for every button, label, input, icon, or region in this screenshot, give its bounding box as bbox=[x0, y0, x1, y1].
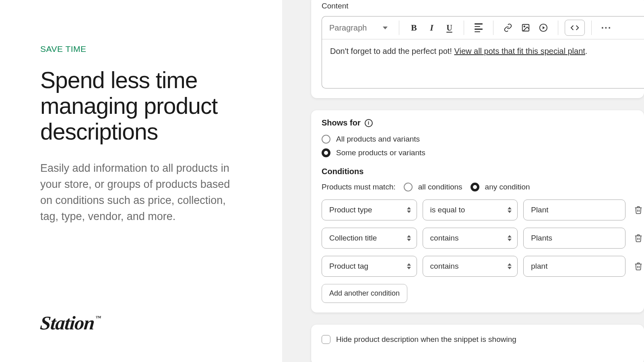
add-condition-button[interactable]: Add another condition bbox=[322, 284, 407, 303]
subheadline: Easily add information to all products i… bbox=[40, 160, 242, 224]
condition-operator-select[interactable]: is equal to bbox=[423, 200, 518, 220]
editor-text-tail: . bbox=[585, 47, 588, 56]
rich-text-editor: Paragraph B I U bbox=[322, 16, 644, 88]
image-button[interactable] bbox=[518, 20, 534, 36]
italic-button[interactable]: I bbox=[423, 20, 440, 36]
radio-some-products[interactable]: Some products or variants bbox=[322, 148, 644, 157]
format-select-label: Paragraph bbox=[329, 23, 367, 33]
hide-description-label: Hide product description when the snippe… bbox=[336, 335, 516, 344]
updown-icon bbox=[407, 263, 411, 269]
match-label: Products must match: bbox=[322, 183, 396, 191]
updown-icon bbox=[508, 207, 512, 213]
editor-text: Don't forget to add the perfect pot! bbox=[330, 47, 454, 56]
delete-condition-button[interactable] bbox=[633, 261, 644, 272]
code-icon bbox=[570, 23, 579, 32]
condition-value-input[interactable] bbox=[523, 256, 625, 277]
shows-for-title: Shows for bbox=[322, 118, 361, 128]
svg-point-1 bbox=[524, 26, 525, 27]
condition-op-value: is equal to bbox=[430, 206, 465, 214]
more-icon: ··· bbox=[601, 22, 611, 33]
updown-icon bbox=[407, 207, 411, 213]
code-view-button[interactable] bbox=[565, 20, 585, 36]
condition-row: Product tag contains bbox=[322, 256, 644, 277]
condition-row: Product type is equal to bbox=[322, 200, 644, 220]
editor-toolbar: Paragraph B I U bbox=[322, 16, 644, 39]
condition-op-value: contains bbox=[430, 262, 459, 270]
radio-icon bbox=[322, 148, 330, 157]
toolbar-divider bbox=[558, 21, 558, 35]
condition-op-value: contains bbox=[430, 234, 459, 242]
toolbar-divider bbox=[464, 21, 464, 35]
format-select[interactable]: Paragraph bbox=[328, 21, 392, 35]
match-any-label: any condition bbox=[485, 183, 530, 191]
content-card: Content Paragraph B I U bbox=[311, 0, 644, 98]
radio-match-any[interactable]: any condition bbox=[471, 183, 530, 191]
trash-icon bbox=[634, 234, 643, 243]
toolbar-divider bbox=[591, 21, 592, 35]
radio-all-label: All products and variants bbox=[336, 135, 420, 144]
condition-field-value: Collection title bbox=[329, 234, 377, 242]
align-left-icon bbox=[475, 23, 483, 32]
toolbar-divider bbox=[399, 21, 399, 35]
condition-field-select[interactable]: Product type bbox=[322, 200, 417, 220]
condition-row: Collection title contains bbox=[322, 228, 644, 249]
kicker-label: SAVE TIME bbox=[40, 44, 242, 54]
condition-operator-select[interactable]: contains bbox=[423, 256, 518, 277]
radio-icon bbox=[404, 183, 413, 191]
marketing-copy-panel: SAVE TIME Spend less time managing produ… bbox=[0, 0, 282, 362]
updown-icon bbox=[508, 263, 512, 269]
trash-icon bbox=[634, 206, 643, 214]
delete-condition-button[interactable] bbox=[633, 232, 644, 244]
delete-condition-button[interactable] bbox=[633, 204, 644, 216]
editor-link[interactable]: View all pots that fit this special plan… bbox=[454, 47, 585, 56]
headline: Spend less time managing product descrip… bbox=[40, 68, 242, 144]
match-mode-row: Products must match: all conditions any … bbox=[322, 183, 644, 191]
link-icon bbox=[504, 23, 512, 32]
condition-field-value: Product type bbox=[329, 206, 372, 214]
svg-marker-3 bbox=[543, 26, 545, 29]
radio-some-label: Some products or variants bbox=[336, 148, 425, 157]
chevron-down-icon bbox=[383, 27, 388, 29]
shows-for-card: Shows for i All products and variants So… bbox=[311, 110, 644, 313]
radio-match-all[interactable]: all conditions bbox=[404, 183, 462, 191]
station-logo: Station™ bbox=[39, 312, 101, 334]
link-button[interactable] bbox=[500, 20, 516, 36]
underline-button[interactable]: U bbox=[441, 20, 457, 36]
app-preview-panel: Content Paragraph B I U bbox=[282, 0, 644, 362]
content-section-label: Content bbox=[322, 2, 644, 10]
updown-icon bbox=[508, 235, 512, 241]
condition-operator-select[interactable]: contains bbox=[423, 228, 518, 249]
editor-content-area[interactable]: Don't forget to add the perfect pot! Vie… bbox=[322, 39, 644, 88]
condition-value-input[interactable] bbox=[523, 228, 625, 249]
match-all-label: all conditions bbox=[418, 183, 462, 191]
condition-field-select[interactable]: Collection title bbox=[322, 228, 417, 249]
bold-button[interactable]: B bbox=[406, 20, 422, 36]
more-button[interactable]: ··· bbox=[598, 20, 614, 36]
condition-field-value: Product tag bbox=[329, 262, 368, 270]
radio-all-products[interactable]: All products and variants bbox=[322, 135, 644, 144]
hide-description-checkbox-row[interactable]: Hide product description when the snippe… bbox=[322, 335, 644, 344]
info-icon[interactable]: i bbox=[365, 119, 373, 127]
updown-icon bbox=[407, 235, 411, 241]
condition-value-input[interactable] bbox=[523, 200, 625, 220]
radio-icon bbox=[322, 135, 330, 144]
video-button[interactable] bbox=[535, 20, 551, 36]
conditions-heading: Conditions bbox=[322, 167, 644, 176]
radio-icon bbox=[471, 183, 479, 191]
trash-icon bbox=[634, 262, 643, 271]
align-button[interactable] bbox=[471, 20, 487, 36]
checkbox-icon bbox=[322, 335, 330, 344]
toolbar-divider bbox=[493, 21, 493, 35]
image-icon bbox=[521, 23, 530, 32]
condition-field-select[interactable]: Product tag bbox=[322, 256, 417, 277]
hide-description-card: Hide product description when the snippe… bbox=[311, 325, 644, 362]
play-circle-icon bbox=[539, 23, 548, 32]
